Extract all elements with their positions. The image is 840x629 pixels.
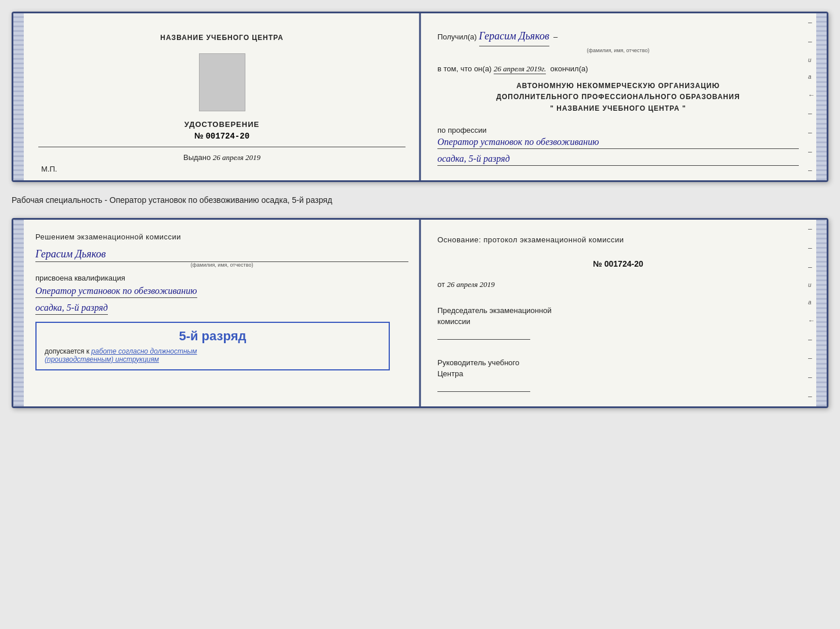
bottom-edge-dash-3: – [808,263,815,271]
bottom-cert-left: Решением экзаменационной комиссии Гераси… [24,220,420,406]
bottom-edge-dash-6: – [808,354,815,362]
basis-date-value: 26 апреля 2019 [447,280,495,289]
recipient-name: Герасим Дьяков [479,28,549,46]
org-line2: ДОПОЛНИТЕЛЬНОГО ПРОФЕССИОНАЛЬНОГО ОБРАЗО… [437,92,799,103]
divider-line-1 [38,147,405,147]
stamp-rank-text: 5-й разряд [45,329,381,344]
top-certificate: НАЗВАНИЕ УЧЕБНОГО ЦЕНТРА УДОСТОВЕРЕНИЕ №… [12,12,828,182]
bottom-edge-dash-5: – [808,336,815,344]
cert-inner-top: НАЗВАНИЕ УЧЕБНОГО ЦЕНТРА УДОСТОВЕРЕНИЕ №… [24,13,816,180]
assigned-qual-label: присвоена квалификация [35,274,125,282]
rank-value: осадка, 5-й разряд [437,154,799,166]
org-name-header: НАЗВАНИЕ УЧЕБНОГО ЦЕНТРА [160,34,283,42]
photo-placeholder [199,53,245,111]
spine-right-bottom [816,220,827,406]
chairman-label-line1: Председатель экзаменационной [437,305,799,317]
basis-number: № 001724-20 [437,259,799,268]
chairman-label-line2: комиссии [437,316,799,328]
bottom-edge-label-a: а [808,299,815,306]
basis-title: Основание: протокол экзаменационной коми… [437,234,799,246]
completion-date: 26 апреля 2019г. [494,64,546,74]
received-prefix: Получил(а) [437,32,477,41]
bottom-edge-label-i: и [808,282,815,288]
profession-line: по профессии Оператор установок по обезв… [437,126,799,166]
bottom-person-label: (фамилия, имя, отчество) [35,262,408,268]
allowed-italic: (производственным) инструкциям [45,355,159,363]
spine-right-top [816,13,827,180]
profession-value: Оператор установок по обезвоживанию [437,137,799,149]
org-line3: " НАЗВАНИЕ УЧЕБНОГО ЦЕНТРА " [437,103,799,114]
in-that-text: в том, что он(а) [437,64,491,73]
cert-number: № 001724-20 [194,131,249,141]
basis-number-prefix: № [593,259,602,268]
top-cert-right: Получил(а) Герасим Дьяков – (фамилия, им… [420,13,816,180]
director-block: Руководитель учебного Центра [437,357,799,392]
edge-dash-1: – [808,19,815,27]
cert-number-value: 001724-20 [205,132,249,141]
decision-title: Решением экзаменационной комиссии [35,231,181,243]
bottom-cert-right: Основание: протокол экзаменационной коми… [420,220,816,406]
bottom-certificate: Решением экзаменационной комиссии Гераси… [12,218,828,408]
qual-profession: Оператор установок по обезвоживанию [35,286,197,298]
qual-rank: осадка, 5-й разряд [35,303,108,315]
spine-left [13,13,24,180]
stamp-box: 5-й разряд допускается к работе согласно… [35,322,390,370]
right-edge-markers: – – и а ← – – – – [808,13,815,180]
allowed-text: допускается к [45,347,89,355]
edge-dash-7: – [808,166,815,174]
mp-label: М.П. [41,165,57,173]
top-cert-left: НАЗВАНИЕ УЧЕБНОГО ЦЕНТРА УДОСТОВЕРЕНИЕ №… [24,13,420,180]
chairman-signature-line [437,339,530,340]
description-line: Рабочая специальность - Оператор установ… [12,192,828,208]
basis-date: от 26 апреля 2019 [437,280,799,289]
edge-dash-4: – [808,110,815,118]
edge-dash-3: ← [808,91,815,99]
issued-date: 26 апреля 2019 [213,153,260,162]
right-edge-markers-bottom: – – – и а ← – – – – [808,220,815,406]
spine-left-bottom [13,220,24,406]
director-signature-line [437,391,530,392]
org-block: АВТОНОМНУЮ НЕКОММЕРЧЕСКУЮ ОРГАНИЗАЦИЮ ДО… [437,81,799,114]
director-label-line1: Руководитель учебного [437,357,799,369]
stamp-allowed-text: допускается к работе согласно должностны… [45,347,381,363]
edge-label-i: и [808,57,815,63]
bottom-edge-dash-1: – [808,225,815,233]
edge-dash-2: – [808,38,815,46]
received-line: Получил(а) Герасим Дьяков – (фамилия, им… [437,28,799,54]
chairman-block: Председатель экзаменационной комиссии [437,305,799,340]
cert-title: УДОСТОВЕРЕНИЕ [184,120,259,129]
org-line1: АВТОНОМНУЮ НЕКОММЕРЧЕСКУЮ ОРГАНИЗАЦИЮ [437,81,799,92]
edge-label-a: а [808,74,815,80]
cert-number-prefix: № [194,131,204,140]
edge-dash-6: – [808,148,815,156]
profession-label: по профессии [437,126,487,134]
edge-dash-5: – [808,129,815,137]
page-wrapper: НАЗВАНИЕ УЧЕБНОГО ЦЕНТРА УДОСТОВЕРЕНИЕ №… [12,12,828,408]
issued-text: Выдано [183,153,211,162]
cert-inner-bottom: Решением экзаменационной комиссии Гераси… [24,220,816,406]
issued-label: Выдано 26 апреля 2019 [183,153,260,162]
bottom-edge-dash-4: ← [808,317,815,325]
allowed-underline: работе согласно должностным [91,347,197,355]
recipient-label: (фамилия, имя, отчество) [437,46,799,54]
in-that-line: в том, что он(а) 26 апреля 2019г. окончи… [437,64,799,74]
director-label-line2: Центра [437,368,799,380]
bottom-edge-dash-7: – [808,373,815,381]
bottom-edge-dash-8: – [808,392,815,401]
bottom-edge-dash-2: – [808,244,815,252]
basis-date-prefix: от [437,280,445,289]
completed-label: окончил(а) [551,64,588,73]
basis-number-value: 001724-20 [604,259,643,268]
bottom-person-name: Герасим Дьяков [35,248,408,262]
